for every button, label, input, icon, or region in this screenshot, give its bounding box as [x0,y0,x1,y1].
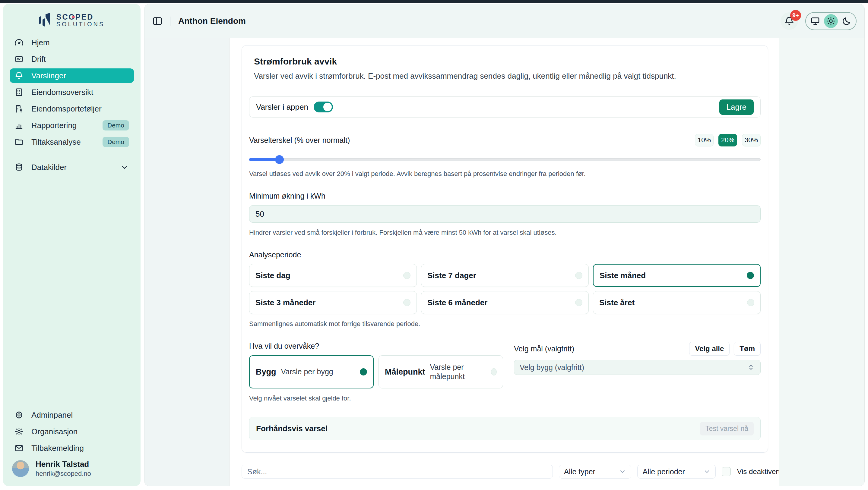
period-filter-select[interactable]: Alle perioder [637,465,716,479]
threshold-20-button[interactable]: 20% [718,134,737,146]
app-alerts-toggle[interactable] [314,102,333,112]
brand-logo: SCOPED SOLUTIONS [10,10,134,35]
type-filter-select[interactable]: Alle typer [559,465,631,479]
sidebar-item-rapportering[interactable]: Rapportering Demo [10,118,134,133]
filters-row: Alle typer Alle perioder Vis deaktivert [242,465,779,479]
min-increase-help: Hindrer varsler ved små forskjeller i fo… [249,229,761,236]
show-disabled-checkbox[interactable] [722,467,731,476]
preview-row: Forhåndsvis varsel Test varsel nå [249,417,761,440]
min-increase-label: Minimum økning i kWh [249,192,326,200]
sidebar-item-drift[interactable]: Drift [10,52,134,66]
slider-track[interactable] [249,158,761,161]
card-title: Strømforbruk avvik [254,56,761,67]
left-rail [145,38,229,486]
window-chrome-strip [0,0,868,3]
sidebar-item-eiendomsoversikt[interactable]: Eiendomsoversikt [10,85,134,99]
nut-icon [14,411,24,420]
sidebar-item-eiendomsportefoljer[interactable]: Eiendomsporteføljer [10,102,134,116]
card-subtitle: Varsler ved avvik i strømforbruk. E-post… [254,71,761,81]
sidebar-item-varslinger[interactable]: Varslinger [10,68,134,83]
sidebar-item-label: Rapportering [31,121,76,130]
brand-tagline: SOLUTIONS [56,21,105,27]
target-select[interactable]: Velg bygg (valgfritt) [514,360,761,375]
chevron-down-icon [619,468,626,475]
period-option-siste-7-dager[interactable]: Siste 7 dager [421,264,589,287]
sidebar-item-label: Varslinger [31,71,66,80]
sidebar-item-datakilder[interactable]: Datakilder [10,160,134,174]
threshold-preset-group: 10% 20% 30% [695,134,761,146]
sidebar-footer-nav: Adminpanel Organisasjon Tilbakemelding [10,408,134,455]
main-panel: Anthon Eiendom 9+ [144,4,865,486]
sidebar-item-label: Eiendomsporteføljer [31,104,102,113]
brand-name: SCOPED [56,13,94,21]
sidebar-item-label: Organisasjon [31,427,78,436]
min-increase-input[interactable] [249,205,761,223]
gauge-icon [14,38,24,47]
monitor-label: Hva vil du overvåke? [249,342,319,350]
folder-icon [14,137,24,146]
monitor-icon [810,16,820,26]
threshold-10-button[interactable]: 10% [695,134,714,146]
sidebar-item-label: Tilbakemelding [31,444,84,453]
sidebar-item-label: Tiltaksanalyse [31,137,81,147]
chevron-down-icon [703,468,711,475]
sidebar-item-label: Adminpanel [31,411,73,420]
settings-card: Strømforbruk avvik Varsler ved avvik i s… [242,45,768,453]
sidebar-item-tiltaksanalyse[interactable]: Tiltaksanalyse Demo [10,135,134,149]
right-rail [779,38,864,486]
theme-dark-button[interactable] [840,14,854,28]
sidebar-item-tilbakemelding[interactable]: Tilbakemelding [10,441,134,455]
period-option-siste-3-maneder[interactable]: Siste 3 måneder [249,291,417,314]
period-help: Sammenlignes automatisk mot forrige tils… [249,320,761,328]
notifications-button[interactable]: 9+ [780,12,798,30]
slider-thumb[interactable] [275,155,284,164]
user-menu[interactable]: Henrik Talstad henrik@scoped.no [10,455,134,479]
threshold-30-button[interactable]: 30% [742,134,761,146]
period-option-siste-6-maneder[interactable]: Siste 6 måneder [421,291,589,314]
chart-wave-icon [14,55,24,64]
sidebar-item-organisasjon[interactable]: Organisasjon [10,424,134,439]
theme-system-button[interactable] [808,14,822,28]
content-area: Strømforbruk avvik Varsler ved avvik i s… [229,38,779,486]
sidebar-nav: Hjem Drift Varslinger Eiendomsoversikt E… [10,35,134,174]
threshold-slider [249,155,761,164]
sun-icon [826,16,836,26]
topbar: Anthon Eiendom 9+ [145,4,864,38]
radio-icon [403,272,410,279]
sidebar-toggle-button[interactable] [152,16,162,26]
monitor-option-bygg[interactable]: Bygg Varsle per bygg [249,355,374,388]
app-alerts-label: Varsler i appen [256,102,308,112]
bar-chart-icon [14,121,24,130]
avatar [12,460,29,477]
brand-mark-icon [39,13,52,27]
period-option-siste-aret[interactable]: Siste året [593,291,761,314]
sidebar-item-adminpanel[interactable]: Adminpanel [10,408,134,422]
sidebar-item-hjem[interactable]: Hjem [10,35,134,50]
save-button[interactable]: Lagre [719,99,754,115]
sidebar: SCOPED SOLUTIONS Hjem Drift Varslinger E… [3,4,141,486]
monitor-option-malepunkt[interactable]: Målepunkt Varsle per målepunkt [378,355,503,388]
period-option-siste-dag[interactable]: Siste dag [249,264,417,287]
radio-selected-icon [360,368,367,375]
demo-badge: Demo [102,120,129,130]
preview-label: Forhåndsvis varsel [256,424,328,433]
slider-fill [249,158,279,161]
mail-icon [14,444,24,453]
search-input[interactable] [242,465,553,479]
threshold-label: Varselterskel (% over normalt) [249,136,350,145]
radio-selected-icon [747,272,754,279]
demo-badge: Demo [102,137,129,147]
moon-icon [842,16,851,26]
period-label: Analyseperiode [249,251,301,259]
radio-icon [747,299,754,306]
test-alert-button[interactable]: Test varsel nå [700,422,754,435]
theme-light-button[interactable] [824,14,838,28]
select-all-button[interactable]: Velg alle [689,342,730,356]
bell-icon [14,71,24,80]
notifications-badge: 9+ [790,10,801,21]
clear-button[interactable]: Tøm [734,342,761,356]
sidebar-item-label: Eiendomsoversikt [31,88,93,97]
building-icon [14,88,24,97]
period-option-siste-maned[interactable]: Siste måned [593,264,761,287]
gear-icon [14,427,24,436]
